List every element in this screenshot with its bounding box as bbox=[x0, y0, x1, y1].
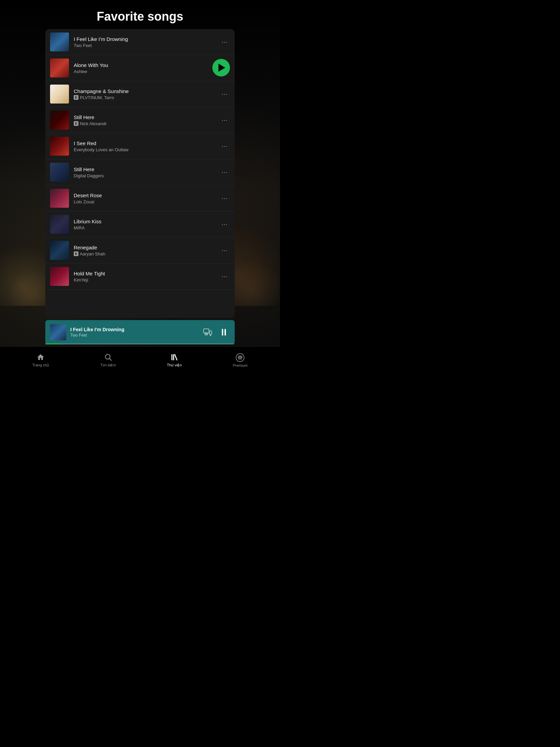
song-list-container: I Feel Like I'm Drowning Two Feet ⋯ Alon… bbox=[45, 29, 235, 318]
song-menu-button[interactable]: ⋯ bbox=[219, 219, 230, 230]
play-icon bbox=[218, 64, 225, 72]
song-item-10[interactable]: Hold Me Tight KimYeji ⋯ bbox=[45, 264, 235, 290]
song-artwork bbox=[50, 137, 69, 156]
play-button[interactable] bbox=[212, 59, 230, 76]
song-artist: KimYeji bbox=[74, 277, 88, 282]
song-info: Alone With You Ashlee bbox=[74, 62, 219, 74]
song-info: I Feel Like I'm Drowning Two Feet bbox=[74, 36, 219, 48]
nav-item-search[interactable]: Tìm kiếm bbox=[95, 350, 121, 370]
song-title: Desert Rose bbox=[74, 193, 219, 198]
song-artist-row: Two Feet bbox=[74, 43, 219, 48]
song-menu-button[interactable]: ⋯ bbox=[219, 37, 230, 47]
song-artist: Ashlee bbox=[74, 69, 87, 74]
song-menu-button[interactable]: ⋯ bbox=[219, 245, 230, 256]
song-artwork bbox=[50, 215, 69, 234]
song-artist-row: MIRA bbox=[74, 225, 219, 230]
now-playing-info: I Feel Like I'm Drowning Two Feet bbox=[70, 327, 203, 338]
song-artwork bbox=[50, 85, 69, 104]
page-wrapper: Favorite songs I Feel Like I'm Drowning … bbox=[0, 0, 280, 374]
artwork-inner bbox=[50, 241, 69, 260]
song-title: Librium Kiss bbox=[74, 219, 219, 224]
song-artist: Nick Alexandr bbox=[80, 121, 107, 126]
song-artist-row: Digital Daggers bbox=[74, 173, 219, 178]
nav-item-premium[interactable]: Premium bbox=[227, 350, 253, 370]
nav-item-home[interactable]: Trang chủ bbox=[27, 350, 54, 370]
song-title: Still Here bbox=[74, 166, 219, 172]
song-menu-button[interactable]: ⋯ bbox=[219, 167, 230, 178]
song-artwork bbox=[50, 111, 69, 130]
nav-label-home: Trang chủ bbox=[32, 363, 49, 367]
song-artist-row: Everybody Loves an Outlaw bbox=[74, 147, 219, 152]
artwork-inner bbox=[50, 189, 69, 208]
song-info: Desert Rose Lolo Zouaï bbox=[74, 193, 219, 204]
svg-rect-9 bbox=[173, 354, 174, 360]
song-title: Champagne & Sunshine bbox=[74, 88, 219, 94]
song-artwork bbox=[50, 189, 69, 208]
pause-bar-left bbox=[222, 329, 223, 336]
song-title: Hold Me Tight bbox=[74, 271, 219, 276]
song-artist-row: E Nick Alexandr bbox=[74, 121, 219, 126]
song-menu-button[interactable]: ⋯ bbox=[219, 193, 230, 204]
now-playing-section: I Feel Like I'm Drowning Two Feet bbox=[0, 318, 280, 346]
song-item-9[interactable]: Renegade E Aaryan Shah ⋯ bbox=[45, 237, 235, 264]
song-item-8[interactable]: Librium Kiss MIRA ⋯ bbox=[45, 211, 235, 237]
song-title: I See Red bbox=[74, 140, 219, 146]
pause-icon bbox=[222, 329, 226, 336]
song-item-6[interactable]: Still Here Digital Daggers ⋯ bbox=[45, 159, 235, 185]
song-artist-row: E Aaryan Shah bbox=[74, 251, 219, 256]
connect-devices-icon[interactable] bbox=[203, 328, 212, 336]
now-playing-controls bbox=[203, 326, 230, 338]
artwork-inner bbox=[50, 32, 69, 51]
song-artist-row: KimYeji bbox=[74, 277, 219, 282]
explicit-badge: E bbox=[74, 251, 78, 256]
song-artwork bbox=[50, 32, 69, 51]
song-item-7[interactable]: Desert Rose Lolo Zouaï ⋯ bbox=[45, 185, 235, 211]
song-artist-row: E PLVTINUM, Tarro bbox=[74, 95, 219, 100]
artwork-inner bbox=[50, 215, 69, 234]
song-artist: Lolo Zouaï bbox=[74, 199, 94, 204]
now-playing-artist: Two Feet bbox=[70, 333, 203, 338]
song-list: I Feel Like I'm Drowning Two Feet ⋯ Alon… bbox=[45, 29, 235, 290]
song-artist-row: Lolo Zouaï bbox=[74, 199, 219, 204]
now-playing-bar[interactable]: I Feel Like I'm Drowning Two Feet bbox=[45, 320, 235, 344]
song-info: I See Red Everybody Loves an Outlaw bbox=[74, 140, 219, 152]
song-item-2[interactable]: Alone With You Ashlee ⋯ bbox=[45, 55, 235, 81]
song-title: Renegade bbox=[74, 245, 219, 250]
song-artist: Everybody Loves an Outlaw bbox=[74, 147, 129, 152]
artwork-inner bbox=[50, 267, 69, 286]
svg-point-6 bbox=[105, 355, 110, 359]
progress-fill bbox=[45, 343, 61, 344]
song-item-1[interactable]: I Feel Like I'm Drowning Two Feet ⋯ bbox=[45, 29, 235, 55]
artwork-inner bbox=[50, 111, 69, 130]
nav-label-library: Thư viện bbox=[167, 363, 182, 367]
song-artist: Two Feet bbox=[74, 43, 92, 48]
song-info: Renegade E Aaryan Shah bbox=[74, 245, 219, 256]
nav-label-premium: Premium bbox=[233, 363, 248, 367]
song-artist: PLVTINUM, Tarro bbox=[80, 95, 114, 100]
song-menu-button[interactable]: ⋯ bbox=[219, 141, 230, 152]
bottom-nav: Trang chủ Tìm kiếm Thư viện bbox=[0, 346, 280, 374]
song-artwork bbox=[50, 163, 69, 182]
song-item-4[interactable]: Still Here E Nick Alexandr ⋯ bbox=[45, 107, 235, 133]
song-item-5[interactable]: I See Red Everybody Loves an Outlaw ⋯ bbox=[45, 133, 235, 159]
song-artist-row: Ashlee bbox=[74, 69, 219, 74]
nav-item-library[interactable]: Thư viện bbox=[162, 350, 187, 370]
song-artist: Digital Daggers bbox=[74, 173, 104, 178]
spotify-premium-icon bbox=[236, 353, 244, 362]
song-title: I Feel Like I'm Drowning bbox=[74, 36, 219, 42]
pause-bar-right bbox=[225, 329, 226, 336]
artwork-inner bbox=[50, 85, 69, 104]
song-info: Champagne & Sunshine E PLVTINUM, Tarro bbox=[74, 88, 219, 100]
song-artist: Aaryan Shah bbox=[80, 251, 105, 256]
song-item-3[interactable]: Champagne & Sunshine E PLVTINUM, Tarro ⋯ bbox=[45, 81, 235, 107]
song-menu-button[interactable]: ⋯ bbox=[219, 271, 230, 282]
song-artist: MIRA bbox=[74, 225, 85, 230]
song-artwork bbox=[50, 59, 69, 77]
song-artwork bbox=[50, 267, 69, 286]
pause-button[interactable] bbox=[218, 326, 230, 338]
now-playing-title: I Feel Like I'm Drowning bbox=[70, 327, 203, 332]
song-menu-button[interactable]: ⋯ bbox=[219, 115, 230, 126]
search-icon bbox=[104, 353, 113, 362]
song-info: Still Here E Nick Alexandr bbox=[74, 114, 219, 126]
song-menu-button[interactable]: ⋯ bbox=[219, 89, 230, 99]
